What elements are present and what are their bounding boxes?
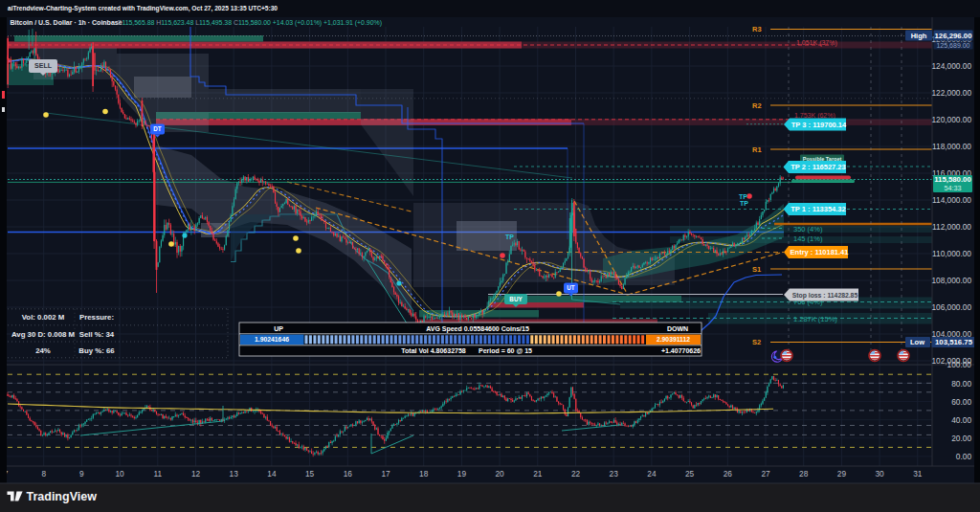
svg-text:TP: TP: [505, 234, 514, 240]
svg-text:26: 26: [724, 469, 733, 479]
svg-text:25: 25: [685, 469, 695, 479]
svg-text:TP: TP: [740, 200, 748, 207]
svg-text:118,000.00: 118,000.00: [932, 142, 971, 151]
svg-text:Low: Low: [910, 338, 924, 346]
svg-text:80.00: 80.00: [951, 379, 971, 389]
svg-text:15: 15: [305, 469, 315, 479]
svg-text:24%: 24%: [35, 346, 51, 355]
svg-text:40.00: 40.00: [951, 415, 971, 425]
svg-text:11: 11: [153, 469, 162, 479]
svg-text:54:33: 54:33: [945, 184, 962, 192]
svg-text:112,000.00: 112,000.00: [932, 222, 971, 232]
svg-text:Buy %: 66: Buy %: 66: [78, 346, 115, 355]
svg-text:+1.40770626: +1.40770626: [661, 347, 701, 354]
svg-text:22: 22: [571, 469, 581, 479]
svg-text:9: 9: [79, 469, 84, 479]
svg-text:21: 21: [533, 469, 543, 479]
svg-text:19: 19: [457, 469, 467, 479]
svg-text:16: 16: [344, 469, 353, 479]
svg-text:AVG Speed 0.05584600 Coins/15: AVG Speed 0.05584600 Coins/15: [426, 325, 529, 333]
svg-text:17: 17: [381, 469, 390, 479]
svg-text:S1: S1: [752, 265, 761, 274]
svg-text:1.753K (62%): 1.753K (62%): [794, 112, 835, 120]
svg-text:120,000.00: 120,000.00: [931, 115, 971, 124]
svg-text:Stop loss : 114282.85: Stop loss : 114282.85: [792, 292, 858, 300]
svg-text:30: 30: [875, 469, 884, 479]
svg-text:18: 18: [419, 469, 429, 479]
svg-text:UT: UT: [567, 284, 575, 291]
svg-text:SELL: SELL: [34, 62, 53, 69]
svg-text:O115,565.88 H115,623.48 L115,4: O115,565.88 H115,623.48 L115,495.38 C115…: [117, 19, 382, 27]
svg-text:125,689.00: 125,689.00: [936, 42, 969, 49]
svg-text:12: 12: [191, 469, 201, 479]
svg-text:1.051K (37%): 1.051K (37%): [796, 39, 837, 47]
svg-text:R1: R1: [752, 145, 762, 154]
svg-text:BUY: BUY: [509, 296, 523, 302]
svg-text:1.287K (15%): 1.287K (15%): [793, 315, 837, 323]
svg-text:Sell %: 34: Sell %: 34: [79, 330, 115, 339]
svg-text:Total Vol 4.80632758: Total Vol 4.80632758: [401, 347, 466, 354]
svg-text:High: High: [911, 32, 927, 40]
svg-text:20.00: 20.00: [951, 434, 971, 443]
svg-text:UP: UP: [274, 325, 283, 332]
svg-text:27: 27: [761, 469, 770, 479]
svg-text:TP: TP: [739, 193, 747, 200]
svg-text:TP 2 : 116527.23: TP 2 : 116527.23: [791, 163, 845, 171]
svg-text:28: 28: [799, 469, 809, 479]
svg-text:TP 3 : 119700.14: TP 3 : 119700.14: [791, 121, 847, 129]
svg-text:DOWN: DOWN: [667, 325, 688, 332]
svg-text:24: 24: [647, 469, 657, 479]
svg-text:13: 13: [230, 469, 239, 479]
svg-text:60.00: 60.00: [951, 397, 971, 407]
svg-text:0.00: 0.00: [956, 452, 972, 461]
svg-text:350 (4%): 350 (4%): [793, 225, 823, 234]
svg-text:8: 8: [41, 469, 46, 479]
svg-text:110,000.00: 110,000.00: [932, 249, 971, 258]
svg-text:122,000.00: 122,000.00: [931, 88, 971, 98]
svg-text:TP 1 : 113354.32: TP 1 : 113354.32: [791, 205, 845, 213]
svg-text:aiTrendview-Charting-System cr: aiTrendview-Charting-System created with…: [8, 5, 278, 12]
svg-text:Avg 30 D: 0.008 M: Avg 30 D: 0.008 M: [11, 330, 75, 339]
svg-text:103,516.75: 103,516.75: [935, 338, 973, 346]
svg-text:100.00: 100.00: [947, 360, 972, 369]
svg-text:20: 20: [495, 469, 504, 479]
svg-text:Possible Target: Possible Target: [803, 156, 842, 162]
svg-text:R2: R2: [752, 101, 762, 110]
svg-text:Period = 60 @ 15: Period = 60 @ 15: [479, 347, 532, 354]
svg-text:126,296.00: 126,296.00: [934, 32, 972, 40]
svg-text:Pressure:: Pressure:: [79, 313, 114, 322]
svg-text:DT: DT: [153, 125, 162, 132]
svg-text:R3: R3: [752, 25, 762, 33]
svg-text:14: 14: [267, 469, 277, 479]
svg-text:106,000.00: 106,000.00: [931, 302, 971, 312]
svg-text:Entry : 110181.41: Entry : 110181.41: [791, 248, 849, 256]
svg-text:S2: S2: [752, 338, 761, 346]
svg-text:108,000.00: 108,000.00: [931, 276, 971, 285]
svg-text:10: 10: [115, 469, 124, 479]
svg-text:1.90241646: 1.90241646: [255, 336, 289, 343]
svg-text:23: 23: [610, 469, 619, 479]
svg-text:TradingView: TradingView: [27, 490, 98, 503]
svg-text:114,000.00: 114,000.00: [932, 195, 971, 205]
svg-text:31: 31: [913, 469, 923, 479]
svg-text:Vol: 0.002 M: Vol: 0.002 M: [22, 313, 65, 322]
svg-text:Bitcoin / U.S. Dollar · 1h · C: Bitcoin / U.S. Dollar · 1h · Coinbase: [11, 19, 122, 26]
svg-text:145 (1%): 145 (1%): [793, 234, 823, 243]
svg-text:29: 29: [837, 469, 847, 479]
svg-text:124,000.00: 124,000.00: [931, 61, 971, 71]
svg-text:2.90391112: 2.90391112: [657, 336, 690, 343]
